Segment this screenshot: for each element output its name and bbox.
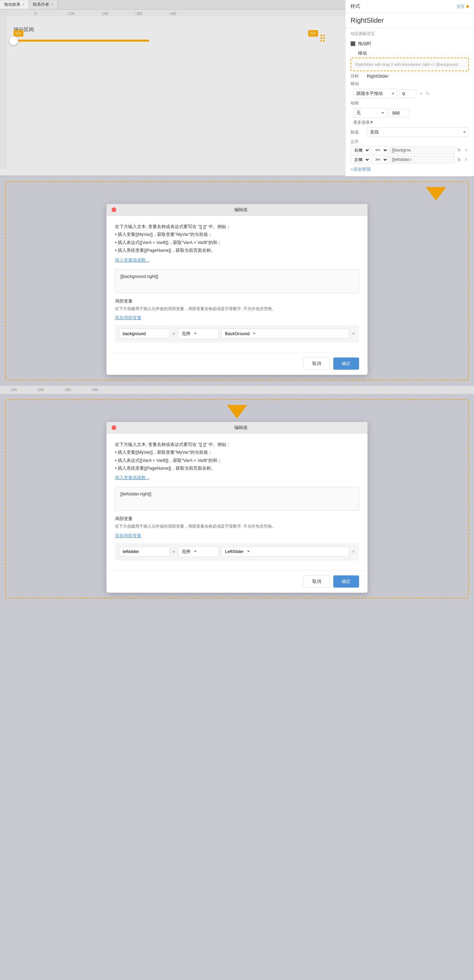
- move-row: 移动: [351, 81, 469, 87]
- right-panel: 样式 交互 RightSlider 动态面板交互 拖动时 移动 RightSli…: [345, 0, 474, 176]
- expression-box-1[interactable]: [[background.right]]: [115, 269, 359, 293]
- modal-close-1[interactable]: [112, 207, 116, 212]
- track-label: 轨道: [351, 129, 364, 135]
- arrow-container-2: [11, 405, 463, 418]
- modal-body-1: 在下方输入文本, 变量名称或表达式要写在 "[[ ]]" 中。例如： ▪ 插入变…: [107, 216, 367, 352]
- boundary-side-1[interactable]: 左侧: [351, 156, 370, 164]
- var-type-select-1-0[interactable]: 元件: [178, 328, 219, 339]
- panel-title: 样式: [351, 3, 360, 10]
- tab-close-1[interactable]: ×: [51, 3, 53, 6]
- expression-box-2[interactable]: [[leftslider.right]]: [115, 487, 359, 511]
- main-canvas: 评分区间 0分 0分: [7, 16, 345, 169]
- var-delete-2-0[interactable]: ×: [352, 549, 355, 555]
- arrow-container-1: [11, 187, 463, 200]
- local-var-desc-2: 在下方创建用于插入元件值的局部变量，局部变量名称必须是字母数字, 不允许包含空格…: [115, 523, 359, 530]
- animation-chevron: [381, 112, 384, 114]
- modal-footer-1: 取消 确定: [107, 352, 367, 375]
- animation-row: 动画: [351, 100, 469, 106]
- slider-badge-right: 0分: [308, 30, 318, 37]
- modal-dialog-2: 编辑值 在下方输入文本, 变量名称或表达式要写在 "[[ ]]" 中。例如： ▪…: [107, 422, 367, 593]
- insert-var-link-2[interactable]: 插入变量或函数...: [115, 475, 150, 481]
- trigger-row: 拖动时: [351, 39, 469, 49]
- arrow-down-2: [227, 405, 247, 418]
- boundary-row-0: 右侧 <= [[backgrou fx ×: [351, 146, 469, 154]
- cancel-btn-1[interactable]: 取消: [303, 358, 330, 370]
- action-label: 移动: [351, 49, 469, 57]
- modal-title-2: 编辑值: [119, 425, 362, 431]
- modal-dialog-1: 编辑值 在下方输入文本, 变量名称或表达式要写在 "[[ ]]" 中。例如： ▪…: [107, 204, 367, 375]
- track-row: 轨道 直线: [351, 127, 469, 137]
- ruler-corner: [0, 10, 7, 16]
- instruction-text-1: 在下方输入文本, 变量名称或表达式要写在 "[[ ]]" 中。例如： ▪ 插入变…: [115, 223, 359, 255]
- var-type-chevron-2-0: [194, 550, 197, 552]
- boundary-value-0[interactable]: [[backgrou: [389, 146, 455, 154]
- add-local-var-1[interactable]: 添加局部变量: [115, 315, 141, 321]
- var-value-select-2-0[interactable]: LeftSlider: [222, 547, 349, 557]
- insert-var-link-1[interactable]: 插入变量或函数...: [115, 257, 150, 263]
- modal-footer-2: 取消 确定: [107, 570, 367, 593]
- slider-track: [14, 40, 149, 42]
- component-name: RightSlider: [345, 13, 474, 28]
- trigger-checkbox[interactable]: [351, 41, 355, 46]
- bottom-spacer: [0, 603, 474, 637]
- move-type-dropdown[interactable]: 跟随水平拖动: [353, 89, 397, 98]
- var-row-2-0: = 元件 LeftSlider ×: [115, 543, 359, 560]
- left-thumb[interactable]: [9, 36, 18, 45]
- tab-contact-author[interactable]: 联系作者 ×: [29, 0, 57, 9]
- var-value-chevron-1-0: [253, 333, 255, 334]
- tab-drag-effect[interactable]: 拖动效果 ×: [0, 0, 29, 9]
- cancel-btn-2[interactable]: 取消: [303, 575, 330, 588]
- animation-type-dropdown[interactable]: 无: [353, 108, 387, 118]
- var-name-input-1-0[interactable]: [119, 329, 170, 339]
- local-var-section-2: 局部变量 在下方创建用于插入元件值的局部变量，局部变量名称必须是字母数字, 不允…: [115, 516, 359, 560]
- modal-header-1: 编辑值: [107, 204, 367, 216]
- boundary-fx-0[interactable]: fx: [456, 147, 462, 153]
- add-boundary-btn[interactable]: +添加界限: [351, 165, 469, 174]
- first-dashed-wrapper: 编辑值 在下方输入文本, 变量名称或表达式要写在 "[[ ]]" 中。例如： ▪…: [5, 181, 469, 380]
- confirm-btn-2[interactable]: 确定: [333, 575, 359, 588]
- target-label: 目标: [351, 73, 364, 79]
- first-modal-section: 编辑值 在下方输入文本, 变量名称或表达式要写在 "[[ ]]" 中。例如： ▪…: [0, 176, 474, 386]
- boundary-value-1[interactable]: [[leftslider.r: [389, 156, 455, 163]
- move-value-row: 跟随水平拖动 × fx: [353, 89, 469, 98]
- boundary-del-1[interactable]: ×: [463, 157, 469, 162]
- move-type-chevron: [392, 93, 394, 95]
- boundary-row-1: 左侧 >= [[leftslider.r fx ×: [351, 156, 469, 164]
- instruction-text-2: 在下方输入文本, 变量名称或表达式要写在 "[[ ]]" 中。例如： ▪ 插入变…: [115, 441, 359, 473]
- selection-handles: [321, 35, 325, 42]
- boundary-side-0[interactable]: 右侧: [351, 146, 370, 154]
- var-type-chevron-1-0: [194, 333, 197, 334]
- boundary-op-0[interactable]: <=: [372, 146, 388, 154]
- boundary-fx-1[interactable]: fx: [456, 157, 462, 163]
- var-delete-1-0[interactable]: ×: [352, 331, 355, 337]
- move-x-input[interactable]: [399, 89, 417, 98]
- interaction-dot: [466, 5, 469, 8]
- inter-ruler: 100 200 300 400: [0, 386, 474, 394]
- move-x-clear[interactable]: ×: [418, 91, 424, 96]
- boundary-del-0[interactable]: ×: [463, 147, 469, 153]
- slider-container[interactable]: 0分 0分: [14, 40, 338, 42]
- boundary-label: 边界: [351, 139, 469, 145]
- condition-box[interactable]: RightSlider with drag X with boundaries:…: [351, 57, 469, 71]
- confirm-btn-1[interactable]: 确定: [333, 358, 359, 370]
- modal-body-2: 在下方输入文本, 变量名称或表达式要写在 "[[ ]]" 中。例如： ▪ 插入变…: [107, 434, 367, 570]
- var-type-select-2-0[interactable]: 元件: [178, 546, 219, 557]
- modal-close-2[interactable]: [112, 425, 116, 430]
- slider-badge-left: 0分: [14, 30, 23, 37]
- animation-duration-input[interactable]: [389, 109, 410, 117]
- interaction-badge[interactable]: 交互: [457, 4, 469, 10]
- dynamic-panel-section: 动态面板交互 拖动时 移动 RightSlider with drag X wi…: [345, 28, 474, 176]
- move-x-formula: fx: [426, 91, 429, 96]
- horizontal-ruler: 0 100 200 300 400: [7, 10, 345, 16]
- add-local-var-2[interactable]: 添加局部变量: [115, 533, 141, 539]
- second-modal-section: 编辑值 在下方输入文本, 变量名称或表达式要写在 "[[ ]]" 中。例如： ▪…: [0, 394, 474, 603]
- tab-close-0[interactable]: ×: [22, 3, 24, 6]
- track-dropdown[interactable]: 直线: [367, 127, 469, 137]
- more-options[interactable]: 更多选项▼: [353, 119, 466, 126]
- modal-header-2: 编辑值: [107, 422, 367, 434]
- var-eq-1-0: =: [172, 331, 175, 336]
- target-row: 目标 RightSlider: [351, 73, 469, 79]
- boundary-op-1[interactable]: >=: [372, 156, 388, 164]
- var-name-input-2-0[interactable]: [119, 547, 170, 557]
- var-value-select-1-0[interactable]: BackGround: [222, 329, 349, 339]
